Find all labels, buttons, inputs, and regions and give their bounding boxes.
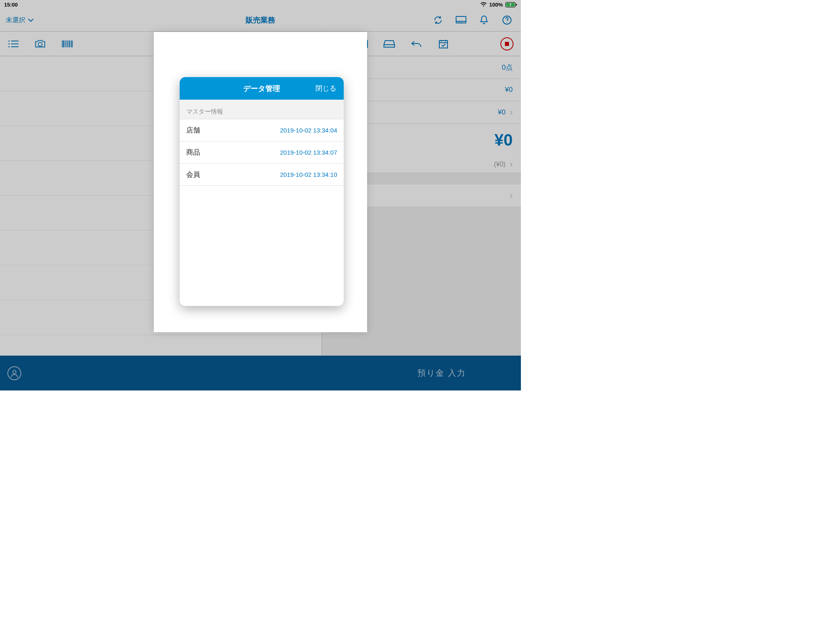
- master-row-time: 2019-10-02 13:34:04: [280, 127, 337, 134]
- popover-header: データ管理 閉じる: [180, 77, 344, 100]
- master-row-member[interactable]: 会員 2019-10-02 13:34:10: [180, 164, 344, 186]
- master-row-store[interactable]: 店舗 2019-10-02 13:34:04: [180, 119, 344, 142]
- master-row-time: 2019-10-02 13:34:10: [280, 171, 337, 178]
- popover-section-header: マスター情報: [180, 100, 344, 119]
- master-row-label: 会員: [186, 170, 200, 179]
- data-management-popover: データ管理 閉じる マスター情報 店舗 2019-10-02 13:34:04 …: [180, 77, 344, 306]
- master-row-label: 商品: [186, 148, 200, 157]
- master-row-product[interactable]: 商品 2019-10-02 13:34:07: [180, 142, 344, 164]
- master-row-label: 店舗: [186, 126, 200, 135]
- popover-body: 店舗 2019-10-02 13:34:04 商品 2019-10-02 13:…: [180, 119, 344, 186]
- master-row-time: 2019-10-02 13:34:07: [280, 149, 337, 156]
- close-button[interactable]: 閉じる: [315, 84, 344, 93]
